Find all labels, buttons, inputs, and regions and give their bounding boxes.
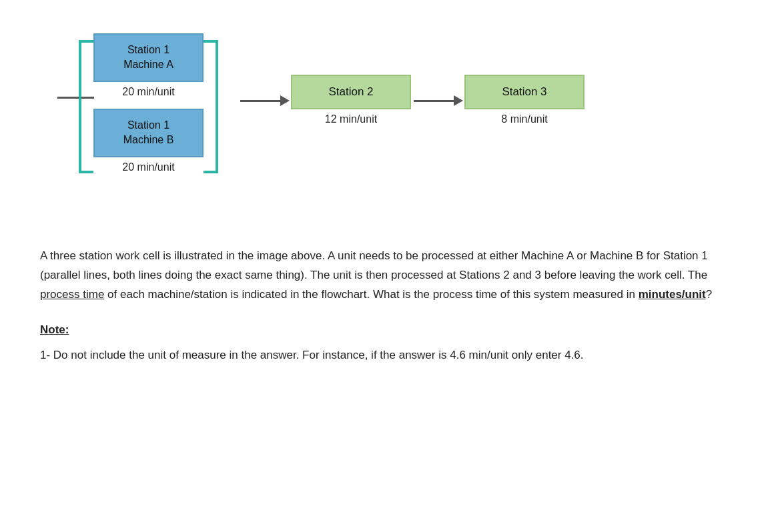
- station1-rate-a: 20 min/unit: [122, 86, 174, 98]
- description-paragraph: A three station work cell is illustrated…: [40, 247, 721, 305]
- arrow-line-2: [414, 100, 454, 102]
- station2-block: Station 2 12 min/unit: [291, 75, 411, 125]
- minutes-unit-term: minutes/unit: [639, 288, 706, 301]
- note-text: 1- Do not include the unit of measure in…: [40, 346, 730, 365]
- station2-box: Station 2: [291, 75, 411, 109]
- station3-label: Station 3: [502, 85, 546, 98]
- station2-label: Station 2: [328, 85, 373, 98]
- arrow-head-1: [280, 95, 290, 106]
- station1-machine-a-box: Station 1 Machine A: [93, 33, 204, 82]
- process-time-term: process time: [40, 288, 104, 301]
- note-section: Note: 1- Do not include the unit of meas…: [40, 323, 730, 365]
- station1-machine-a-line2: Machine A: [123, 59, 173, 70]
- arrow-s1-to-s2: [240, 95, 290, 106]
- right-bracket: [204, 40, 218, 173]
- station1-rate-b: 20 min/unit: [122, 161, 174, 173]
- station2-group: Station 2 12 min/unit: [291, 75, 411, 125]
- station2-rate: 12 min/unit: [325, 113, 377, 125]
- station1-wrapper: Station 1 Machine A 20 min/unit Station …: [93, 33, 204, 173]
- station1-machine-b-line2: Machine B: [123, 134, 174, 145]
- arrow-head-2: [454, 95, 463, 106]
- arrow-line-1: [240, 100, 280, 102]
- diagram: Station 1 Machine A 20 min/unit Station …: [40, 20, 730, 227]
- note-label: Note:: [40, 323, 730, 337]
- arrow-s2-to-s3: [414, 95, 463, 106]
- left-bracket: [79, 40, 93, 173]
- station3-group: Station 3 8 min/unit: [464, 75, 585, 125]
- station3-block: Station 3 8 min/unit: [464, 75, 585, 125]
- station3-rate: 8 min/unit: [501, 113, 547, 125]
- station1-group: Station 1 Machine A 20 min/unit Station …: [93, 33, 204, 173]
- station1-machine-b-line1: Station 1: [127, 119, 169, 131]
- station3-box: Station 3: [464, 75, 585, 109]
- station1-machine-b-box: Station 1 Machine B: [93, 109, 204, 157]
- station1-machine-a-line1: Station 1: [127, 44, 169, 55]
